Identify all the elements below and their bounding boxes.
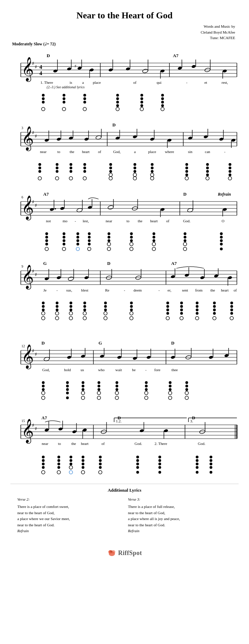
svg-point-525 (82, 463, 85, 465)
svg-point-445 (115, 396, 119, 399)
svg-point-72 (140, 107, 143, 110)
svg-point-371 (230, 308, 233, 311)
svg-text:♯: ♯ (32, 269, 34, 274)
svg-point-66 (116, 104, 119, 107)
svg-point-515 (57, 463, 60, 465)
svg-point-133 (38, 176, 42, 180)
svg-point-540 (158, 463, 161, 465)
music-row-4: 𝄞 ♯ ♯ 9 G D A7 (10, 255, 239, 323)
svg-text:Refrain: Refrain (217, 192, 231, 197)
riffspot-icon (107, 548, 117, 558)
svg-point-247 (130, 232, 133, 235)
verse-3-text: There is a place of full release, near t… (128, 504, 232, 534)
svg-point-52 (42, 97, 45, 100)
svg-point-528 (99, 456, 102, 458)
svg-text:place: place (93, 80, 101, 84)
svg-point-236 (76, 247, 80, 250)
svg-point-550 (210, 463, 212, 465)
svg-point-143 (83, 167, 86, 169)
svg-point-142 (83, 163, 86, 166)
svg-text:4: 4 (39, 70, 42, 76)
svg-point-548 (210, 456, 212, 458)
tempo-marking: Moderately Slow (♩= 72) (12, 42, 239, 47)
svg-point-116 (231, 138, 236, 142)
svg-point-63 (116, 94, 119, 97)
svg-point-549 (210, 459, 212, 462)
svg-text:et: et (204, 80, 207, 84)
svg-point-458 (185, 388, 188, 391)
svg-text:15: 15 (21, 419, 25, 423)
page-title: Near to the Heart of God (10, 10, 239, 21)
music-row-5: 𝄞 ♯ ♯ 12 D G D (10, 335, 239, 402)
svg-point-283 (44, 277, 49, 280)
svg-point-266 (220, 247, 223, 250)
svg-point-162 (185, 167, 188, 169)
svg-point-130 (38, 163, 41, 166)
svg-point-546 (196, 466, 198, 468)
svg-point-246 (107, 247, 111, 250)
svg-point-136 (56, 170, 59, 173)
svg-text:D: D (47, 53, 50, 58)
svg-point-149 (109, 173, 113, 176)
svg-point-224 (45, 239, 48, 242)
svg-point-428 (66, 388, 69, 391)
svg-point-18 (67, 67, 72, 71)
svg-text:the: the (138, 218, 143, 223)
svg-text:4: 4 (39, 64, 42, 70)
svg-point-350 (166, 305, 169, 308)
svg-text:D: D (113, 122, 116, 127)
svg-text:of: of (233, 288, 237, 292)
svg-text:sus,: sus, (66, 288, 72, 292)
svg-point-513 (57, 456, 60, 458)
svg-text:9: 9 (21, 265, 23, 268)
svg-point-141 (69, 176, 73, 180)
svg-text:heart: heart (150, 218, 158, 223)
svg-point-338 (83, 316, 87, 320)
svg-point-352 (166, 312, 169, 314)
svg-point-23 (89, 68, 94, 72)
svg-text:hold: hold (64, 367, 71, 372)
svg-point-517 (57, 470, 61, 474)
svg-point-157 (151, 167, 153, 169)
svg-point-223 (45, 236, 48, 239)
svg-text:qui: qui (157, 80, 161, 84)
svg-point-490 (82, 428, 87, 432)
svg-point-510 (42, 463, 45, 465)
svg-point-421 (42, 381, 45, 384)
svg-point-539 (158, 459, 161, 462)
svg-point-94 (56, 137, 61, 141)
additional-lyrics-title: Additional Lyrics (10, 488, 239, 493)
verse-2-label: Verse 2: (17, 497, 121, 503)
svg-point-426 (66, 381, 69, 384)
svg-point-39 (222, 69, 227, 73)
svg-point-319 (42, 302, 45, 304)
svg-text:of: of (98, 149, 101, 153)
svg-point-165 (185, 176, 188, 180)
svg-point-533 (136, 456, 139, 458)
svg-text:place: place (148, 149, 156, 153)
svg-point-556 (110, 551, 112, 553)
svg-point-339 (104, 302, 107, 304)
svg-point-359 (196, 302, 198, 304)
svg-point-173 (229, 170, 231, 173)
svg-point-486 (58, 427, 63, 431)
svg-text:God.: God. (183, 218, 190, 223)
svg-point-152 (133, 167, 136, 169)
svg-text:fore: fore (154, 367, 161, 372)
svg-point-144 (83, 170, 86, 173)
svg-point-457 (185, 385, 188, 387)
svg-point-67 (116, 107, 119, 110)
svg-point-340 (104, 305, 107, 308)
svg-point-552 (210, 471, 212, 473)
svg-text:-: - (224, 149, 225, 153)
svg-text:♯: ♯ (32, 61, 34, 66)
svg-point-131 (38, 167, 41, 169)
svg-point-299 (200, 276, 205, 279)
svg-text:where: where (165, 149, 174, 153)
svg-text:♯: ♯ (35, 134, 37, 139)
svg-point-232 (77, 232, 79, 235)
svg-point-71 (140, 104, 143, 107)
svg-point-70 (140, 101, 143, 104)
svg-point-542 (158, 471, 161, 473)
svg-text:A7: A7 (171, 261, 177, 266)
